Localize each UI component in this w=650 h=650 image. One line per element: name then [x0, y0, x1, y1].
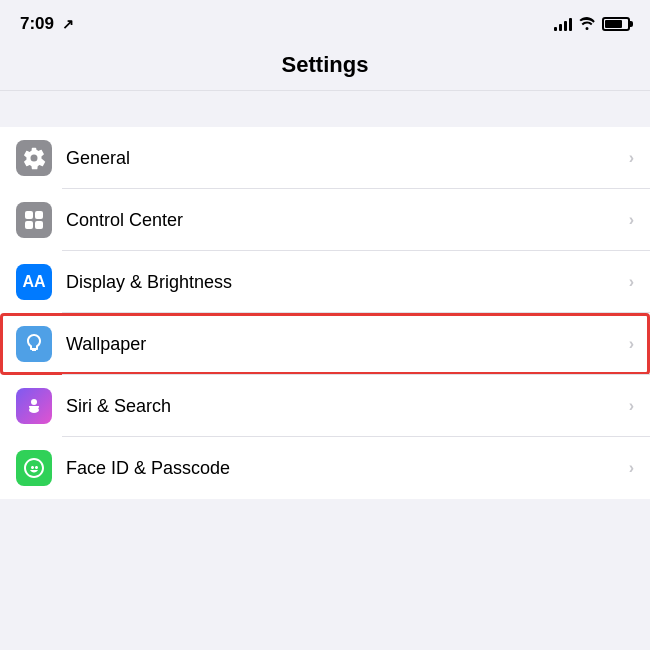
- signal-icon: [554, 17, 572, 31]
- settings-item-wallpaper[interactable]: Wallpaper ›: [0, 313, 650, 375]
- group-spacer: [0, 91, 650, 127]
- settings-item-control-center[interactable]: Control Center ›: [0, 189, 650, 251]
- settings-item-siri[interactable]: Siri & Search ›: [0, 375, 650, 437]
- wallpaper-label: Wallpaper: [66, 334, 629, 355]
- wallpaper-icon: [16, 326, 52, 362]
- wallpaper-chevron: ›: [629, 335, 634, 353]
- general-chevron: ›: [629, 149, 634, 167]
- control-center-chevron: ›: [629, 211, 634, 229]
- display-icon: AA: [16, 264, 52, 300]
- location-icon: ↗: [62, 16, 74, 32]
- status-icons: [554, 16, 630, 33]
- settings-item-display[interactable]: AA Display & Brightness ›: [0, 251, 650, 313]
- siri-icon: [16, 388, 52, 424]
- svg-rect-2: [25, 221, 33, 229]
- settings-item-faceid[interactable]: Face ID & Passcode ›: [0, 437, 650, 499]
- page-header: Settings: [0, 44, 650, 90]
- control-center-icon: [16, 202, 52, 238]
- status-time: 7:09 ↗: [20, 14, 74, 34]
- time-label: 7:09: [20, 14, 54, 34]
- general-label: General: [66, 148, 629, 169]
- wifi-icon: [578, 16, 596, 33]
- general-icon: [16, 140, 52, 176]
- settings-list: General › Control Center › AA Display & …: [0, 127, 650, 499]
- display-chevron: ›: [629, 273, 634, 291]
- display-label: Display & Brightness: [66, 272, 629, 293]
- svg-rect-1: [35, 211, 43, 219]
- settings-item-general[interactable]: General ›: [0, 127, 650, 189]
- siri-chevron: ›: [629, 397, 634, 415]
- faceid-label: Face ID & Passcode: [66, 458, 629, 479]
- svg-rect-3: [35, 221, 43, 229]
- faceid-chevron: ›: [629, 459, 634, 477]
- faceid-icon: [16, 450, 52, 486]
- control-center-label: Control Center: [66, 210, 629, 231]
- siri-label: Siri & Search: [66, 396, 629, 417]
- svg-point-4: [31, 399, 37, 405]
- svg-rect-0: [25, 211, 33, 219]
- battery-icon: [602, 17, 630, 31]
- page-title: Settings: [282, 52, 369, 77]
- status-bar: 7:09 ↗: [0, 0, 650, 44]
